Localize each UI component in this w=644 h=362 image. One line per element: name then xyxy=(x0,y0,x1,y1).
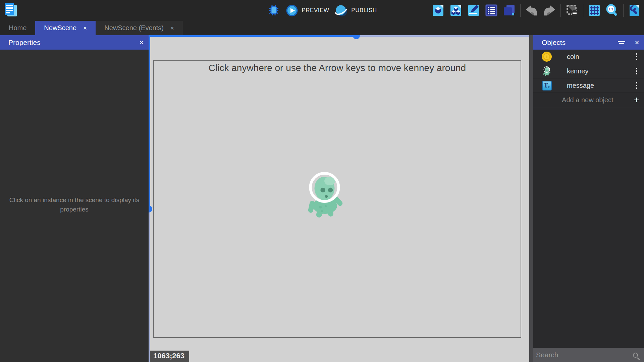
edit-pencil-icon xyxy=(467,4,480,17)
preview-label: PREVIEW xyxy=(302,7,329,14)
tab-label: Home xyxy=(9,24,26,32)
scene-banner-text: Click anywhere or use the Arrow keys to … xyxy=(154,63,521,73)
object-name: kenney xyxy=(567,67,634,75)
toggle-grid-button[interactable] xyxy=(588,4,601,17)
layers-icon xyxy=(503,4,516,17)
publish-globe-icon xyxy=(334,4,348,17)
objects-panel: Objects × coin kenney xyxy=(533,35,644,362)
object-row-message[interactable]: Tx message xyxy=(533,78,644,93)
toolbar-separator xyxy=(583,4,583,17)
properties-panel-header: Properties × xyxy=(0,35,149,50)
deselect-icon xyxy=(566,4,578,17)
panel-splitter[interactable] xyxy=(529,35,533,362)
properties-empty-message: Click on an instance in the scene to dis… xyxy=(4,195,145,214)
preview-button[interactable]: PREVIEW xyxy=(286,4,329,17)
properties-panel-title: Properties xyxy=(8,39,41,47)
redo-arrow-icon xyxy=(543,4,556,16)
object-row-coin[interactable]: coin xyxy=(533,50,644,64)
close-icon[interactable]: × xyxy=(635,39,639,47)
objects-panel-empty-space xyxy=(533,107,644,348)
objects-panel-title: Objects xyxy=(542,39,566,47)
scene-properties-button[interactable] xyxy=(485,4,498,17)
vertical-scrollbar[interactable] xyxy=(149,35,150,362)
object-groups-icon xyxy=(449,4,462,17)
main-area: Properties × Click on an instance in the… xyxy=(0,35,644,362)
grid-icon xyxy=(588,4,601,17)
coin-object-icon xyxy=(541,51,552,62)
debugger-button[interactable] xyxy=(267,4,280,17)
gdevelop-window: PREVIEW PUBLISH xyxy=(0,0,644,362)
kenney-instance[interactable] xyxy=(304,169,345,221)
close-icon[interactable]: × xyxy=(83,25,87,31)
horizontal-scrollbar-fill xyxy=(149,35,357,37)
object-name: coin xyxy=(567,53,634,61)
toolbar-separator xyxy=(560,4,561,17)
horizontal-scrollbar[interactable] xyxy=(149,35,529,37)
undo-button[interactable] xyxy=(525,4,538,17)
tab-label: NewScene (Events) xyxy=(104,24,164,32)
vertical-scrollbar-thumb[interactable] xyxy=(149,205,152,213)
text-object-icon: Tx xyxy=(541,80,552,91)
kebab-menu-icon[interactable] xyxy=(634,80,639,91)
object-cube-icon xyxy=(432,4,444,17)
close-icon[interactable]: × xyxy=(139,39,144,47)
horizontal-scrollbar-thumb[interactable] xyxy=(353,35,360,39)
svg-text:1:1: 1:1 xyxy=(609,7,614,11)
toolbar-separator xyxy=(520,4,521,17)
object-row-kenney[interactable]: kenney xyxy=(533,64,644,78)
zoom-one-to-one-icon: 1:1 xyxy=(605,4,619,17)
tab-newscene-events[interactable]: NewScene (Events) × xyxy=(96,21,183,35)
publish-button[interactable]: PUBLISH xyxy=(334,4,377,17)
tab-newscene[interactable]: NewScene × xyxy=(35,21,96,35)
top-toolbar: PREVIEW PUBLISH xyxy=(0,0,644,21)
objects-search-bar xyxy=(533,348,644,362)
properties-panel: Properties × Click on an instance in the… xyxy=(0,35,149,362)
properties-list-icon xyxy=(485,4,498,17)
tab-label: NewScene xyxy=(44,24,76,32)
layers-button[interactable] xyxy=(502,4,516,17)
kebab-menu-icon[interactable] xyxy=(634,51,639,62)
objects-editor-button[interactable] xyxy=(431,4,445,17)
editor-tab-bar: Home NewScene × NewScene (Events) × xyxy=(0,21,644,35)
clear-selection-button[interactable] xyxy=(565,4,579,17)
redo-button[interactable] xyxy=(543,4,556,17)
object-name: message xyxy=(567,82,634,89)
publish-label: PUBLISH xyxy=(351,7,377,14)
objects-panel-header: Objects × xyxy=(533,35,644,50)
scene-settings-button[interactable] xyxy=(628,4,641,17)
object-groups-button[interactable] xyxy=(449,4,463,17)
cursor-coordinates-badge: 1063;263 xyxy=(150,351,189,362)
scene-canvas[interactable]: Click anywhere or use the Arrow keys to … xyxy=(149,35,529,362)
preview-play-icon xyxy=(286,4,298,17)
wrench-icon xyxy=(628,4,641,17)
plus-icon: + xyxy=(634,95,639,105)
kenney-object-icon xyxy=(541,66,552,76)
tab-home[interactable]: Home xyxy=(0,21,35,35)
toolbar-separator xyxy=(623,4,624,17)
close-icon[interactable]: × xyxy=(170,25,174,31)
zoom-reset-button[interactable]: 1:1 xyxy=(605,4,619,17)
add-object-label: Add a new object xyxy=(541,96,634,104)
toolbar-right-group: 1:1 xyxy=(431,0,641,21)
vertical-scrollbar-fill xyxy=(149,35,150,209)
filter-icon[interactable] xyxy=(618,41,625,44)
search-icon[interactable] xyxy=(633,353,638,358)
debugger-bug-icon xyxy=(267,4,280,17)
objects-search-input[interactable] xyxy=(536,351,633,359)
add-object-button[interactable]: Add a new object + xyxy=(533,93,644,107)
undo-arrow-icon xyxy=(525,4,538,16)
kebab-menu-icon[interactable] xyxy=(634,66,639,76)
edit-scene-button[interactable] xyxy=(467,4,480,17)
